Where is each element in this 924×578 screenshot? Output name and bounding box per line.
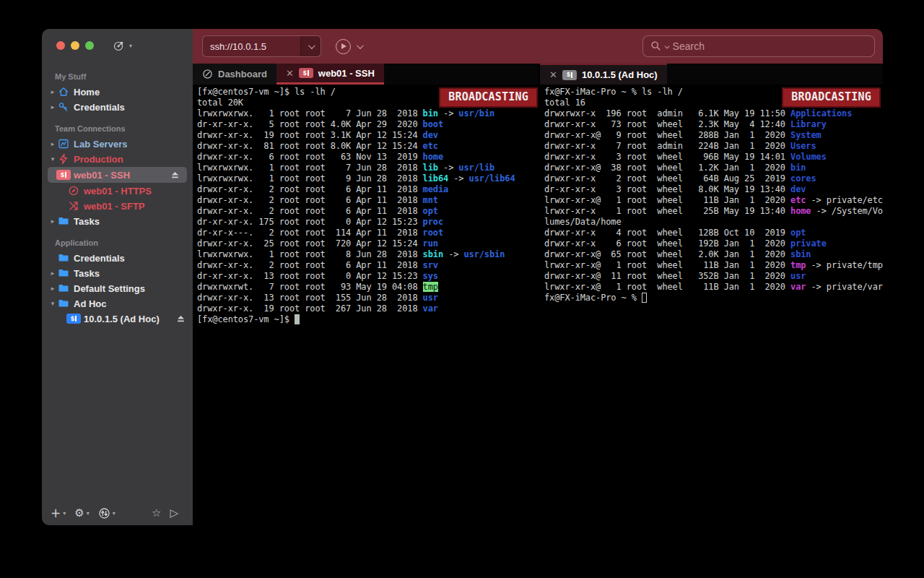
minimize-window-button[interactable] (71, 41, 79, 50)
sidebar-item-tasks[interactable]: ▸Tasks (42, 266, 193, 280)
target-icon (113, 40, 125, 52)
tree-collapsed-icon[interactable]: ▸ (48, 285, 58, 292)
terminal-line: drwxr-xr-x@ 65 root wheel 2.0K Jan 1 202… (544, 249, 883, 260)
sidebar-item-credentials[interactable]: Credentials (42, 251, 193, 265)
terminal-line: drwxr-xr-x. 2 root root 6 Apr 11 2018 me… (197, 184, 539, 195)
sidebar-item-label: web01 - SFTP (84, 201, 145, 212)
sidebar-item-label: Tasks (74, 268, 100, 279)
cursor-block (295, 314, 300, 324)
settings-button[interactable]: ⚙▾ (74, 508, 89, 519)
sidebar-item-label: web01 - SSH (74, 170, 130, 181)
tree-expanded-icon[interactable]: ▾ (48, 155, 58, 163)
sidebar-item-label: Default Settings (74, 283, 145, 294)
home-icon (58, 86, 69, 98)
right-terminal[interactable]: BROADCASTING fx@FX-iMac-Pro ~ % ls -lh /… (540, 85, 883, 525)
address-dropdown-button[interactable] (300, 36, 321, 56)
address-combobox[interactable]: ssh://10.0.1.5 (202, 35, 321, 57)
tab-10.0.1.5-ad-hoc[interactable]: ✕$10.0.1.5 (Ad Hoc) (540, 64, 667, 85)
terminal-line: [fx@centos7-vm ~]$ (197, 314, 539, 325)
terminal-line: dr-xr-xr-x. 13 root root 0 Apr 12 15:23 … (197, 271, 539, 282)
sidebar-item-web01-ssh[interactable]: $web01 - SSH (48, 167, 187, 183)
tab-label: Dashboard (218, 69, 267, 79)
sidebar-item-home[interactable]: ▸Home (42, 85, 193, 99)
play-icon (341, 43, 346, 49)
connection-toolbar: ssh://10.0.1.5 (193, 29, 883, 64)
left-tab-bar: Dashboard✕$web01 - SSH (193, 64, 539, 85)
terminal-line: drwxr-xr-x. 6 root root 63 Nov 13 2019 h… (197, 152, 539, 163)
tree-collapsed-icon[interactable]: ▸ (48, 140, 58, 147)
close-tab-icon[interactable]: ✕ (286, 68, 294, 79)
search-scope-chevron-icon[interactable] (665, 43, 670, 48)
favorite-button[interactable]: ☆ (152, 508, 161, 519)
terminal-line: drwxr-xr-x. 19 root root 3.1K Apr 12 15:… (197, 130, 539, 141)
terminal-line: drwxrwxrwt. 7 root root 93 May 19 04:08 … (197, 282, 539, 293)
search-input[interactable] (673, 40, 867, 52)
sidebar-item-ad-hoc[interactable]: ▾Ad Hoc (42, 296, 193, 311)
sidebar-item-production[interactable]: ▾Production (42, 152, 193, 166)
sync-button[interactable]: ▾ (98, 507, 116, 519)
connect-options-chevron-icon[interactable] (357, 42, 364, 49)
add-button[interactable]: +▾ (51, 507, 66, 519)
sidebar-item-label: Tasks (74, 216, 100, 227)
connection-target-menu[interactable]: ▾ (113, 40, 132, 52)
sidebar-item-10.0.1.5-ad-hoc[interactable]: $10.0.1.5 (Ad Hoc) (42, 311, 193, 326)
terminal-line: drwxr-xr-x. 2 root root 6 Apr 11 2018 sr… (197, 260, 539, 271)
zoom-window-button[interactable] (85, 41, 94, 50)
add-icon: + (51, 507, 61, 519)
sidebar-item-default-settings[interactable]: ▸Default Settings (42, 281, 193, 296)
compass-icon (68, 185, 79, 197)
tab-web01-ssh[interactable]: ✕$web01 - SSH (276, 64, 384, 85)
terminal-line: drwxrwxr-x 196 root admin 6.1K May 19 11… (544, 108, 883, 119)
search-field[interactable] (642, 35, 875, 57)
sidebar-item-label: Credentials (74, 253, 125, 264)
settings-icon: ⚙ (74, 508, 84, 519)
tab-dashboard[interactable]: Dashboard (193, 64, 276, 85)
terminal-line: dr-xr-xr-x. 5 root root 4.0K Apr 29 2020… (197, 119, 539, 130)
tree-collapsed-icon[interactable]: ▸ (48, 103, 58, 111)
key-icon (58, 101, 69, 113)
terminal-line: drwxr-xr-x 4 root wheel 128B Oct 10 2019… (544, 228, 883, 238)
broadcasting-badge: BROADCASTING (439, 87, 538, 108)
terminal-line: drwxr-xr-x 7 root admin 224B Jan 1 2020 … (544, 141, 883, 152)
chevron-down-icon (308, 42, 315, 49)
sidebar-item-label: web01 - HTTPS (84, 186, 152, 197)
bolt-icon (58, 153, 69, 165)
sftp-icon (68, 200, 79, 212)
terminal-line: drwxr-xr-x. 25 root root 720 Apr 12 15:2… (197, 238, 539, 249)
terminal-split-view: Dashboard✕$web01 - SSH BROADCASTING [fx@… (193, 64, 883, 525)
sidebar-item-web01-sftp[interactable]: web01 - SFTP (42, 199, 193, 213)
sidebar-item-lab-servers[interactable]: ▸Lab Servers (42, 137, 193, 151)
connect-button[interactable] (336, 39, 351, 54)
sidebar-item-label: Home (74, 87, 100, 98)
folder-icon (58, 298, 69, 309)
terminal-line: lrwxrwxrwx. 1 root root 7 Jun 28 2018 li… (197, 163, 539, 173)
broadcasting-badge: BROADCASTING (782, 87, 881, 108)
disconnect-eject-button[interactable] (170, 171, 180, 179)
tab-label: 10.0.1.5 (Ad Hoc) (582, 69, 658, 80)
terminal-line: lumes/Data/home (544, 217, 883, 228)
terminal-line: drwxr-xr-x@ 11 root wheel 352B Jan 1 202… (544, 271, 883, 282)
sidebar-item-credentials[interactable]: ▸Credentials (42, 100, 193, 114)
close-window-button[interactable] (56, 41, 65, 50)
tree-collapsed-icon[interactable]: ▸ (48, 269, 58, 277)
close-tab-icon[interactable]: ✕ (549, 69, 557, 80)
disconnect-eject-button[interactable] (176, 314, 186, 323)
terminal-line: fx@FX-iMac-Pro ~ % (544, 293, 883, 303)
cursor-hollow (642, 293, 647, 303)
run-button[interactable]: ▷ (170, 508, 178, 519)
tree-collapsed-icon[interactable]: ▸ (48, 88, 58, 95)
sidebar-item-tasks[interactable]: ▸Tasks (42, 214, 193, 228)
terminal-line: drwxr-xr-x. 19 root root 267 Jun 28 2018… (197, 303, 539, 314)
sidebar-item-label: Credentials (74, 102, 125, 113)
folder-icon (58, 252, 69, 264)
tree-collapsed-icon[interactable]: ▸ (48, 217, 58, 225)
section-title-application: Application (55, 238, 193, 247)
sidebar-item-web01-https[interactable]: web01 - HTTPS (42, 184, 193, 198)
chevron-down-icon: ▾ (87, 510, 90, 517)
tab-label: web01 - SSH (318, 68, 375, 79)
sidebar-footer-toolbar: +▾⚙▾▾☆▷ (42, 501, 193, 525)
tree-expanded-icon[interactable]: ▾ (48, 300, 58, 307)
left-terminal[interactable]: BROADCASTING [fx@centos7-vm ~]$ ls -lh /… (193, 85, 539, 525)
terminal-line: lrwxr-xr-x 1 root wheel 25B May 19 13:40… (544, 206, 883, 217)
chevron-down-icon: ▾ (113, 510, 116, 517)
